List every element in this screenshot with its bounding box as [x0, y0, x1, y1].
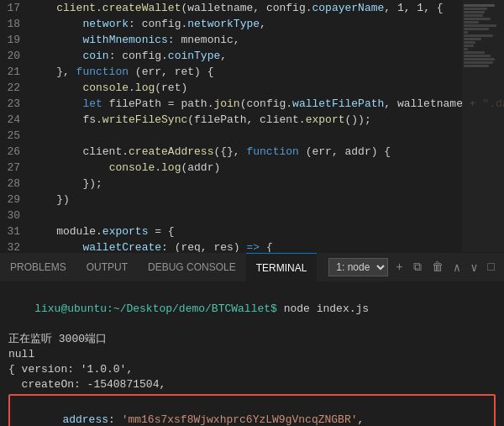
- code-line: 25: [0, 128, 504, 144]
- code-line: 19 withMnemonics: mnemonic,: [0, 32, 504, 48]
- code-line: 22 console.log(ret): [0, 80, 504, 96]
- code-line: 31 module.exports = {: [0, 224, 504, 239]
- code-line: 24 fs.writeFileSync(filePath, client.exp…: [0, 112, 504, 128]
- add-terminal-icon[interactable]: +: [393, 258, 405, 276]
- highlighted-line-1: address: 'mm16s7xsf8Wjwxhprc6YzLW9gVncqZ…: [10, 397, 494, 426]
- tab-output[interactable]: OUTPUT: [76, 253, 138, 281]
- split-terminal-icon[interactable]: ⧉: [411, 258, 424, 276]
- panel-tab-bar: PROBLEMS OUTPUT DEBUG CONSOLE TERMINAL 1…: [0, 252, 504, 281]
- code-line: 27 console.log(addr): [0, 160, 504, 176]
- code-line: 32 walletCreate: (req, res) => {: [0, 239, 504, 252]
- tab-debug-console[interactable]: DEBUG CONSOLE: [138, 253, 246, 281]
- code-line: 21 }, function (err, ret) {: [0, 64, 504, 80]
- terminal-output-line4: createOn: -1540871504,: [8, 377, 496, 392]
- terminal-instance-select[interactable]: 1: node: [328, 258, 388, 276]
- tab-problems[interactable]: PROBLEMS: [0, 253, 76, 281]
- chevron-down-icon[interactable]: ∨: [468, 258, 480, 277]
- terminal-command: node index.js: [277, 302, 369, 315]
- minimap: [462, 0, 504, 252]
- highlighted-output-block: address: 'mm16s7xsf8Wjwxhprc6YzLW9gVncqZ…: [8, 394, 496, 426]
- editor-area: 17 client.createWallet(walletname, confi…: [0, 0, 504, 252]
- terminal-output-line3: { version: '1.0.0',: [8, 362, 496, 377]
- terminal-output-line2: null: [8, 347, 496, 362]
- terminal-area[interactable]: lixu@ubuntu:~/Desktop/demo/BTCWallet$ no…: [0, 281, 504, 426]
- code-line: 20 coin: config.coinType,: [0, 48, 504, 64]
- code-line: 17 client.createWallet(walletname, confi…: [0, 0, 504, 16]
- terminal-output-line1: 正在监听 3000端口: [8, 332, 496, 347]
- tab-actions: 1: node + ⧉ 🗑 ∧ ∨ □: [328, 253, 504, 281]
- maximize-icon[interactable]: □: [486, 258, 497, 276]
- code-line: 28 });: [0, 176, 504, 192]
- terminal-prompt: lixu@ubuntu:~/Desktop/demo/BTCWallet$: [34, 302, 277, 315]
- tab-terminal[interactable]: TERMINAL: [246, 253, 318, 281]
- trash-icon[interactable]: 🗑: [429, 258, 446, 276]
- code-line: 18 network: config.networkType,: [0, 16, 504, 32]
- chevron-up-icon[interactable]: ∧: [451, 258, 463, 277]
- code-line: 30: [0, 208, 504, 224]
- code-lines: 17 client.createWallet(walletname, confi…: [0, 0, 504, 252]
- code-line: 29 }): [0, 192, 504, 208]
- code-line: 23 let filePath = path.join(config.walle…: [0, 96, 504, 112]
- code-line: 26 client.createAddress({}, function (er…: [0, 144, 504, 160]
- terminal-prompt-line: lixu@ubuntu:~/Desktop/demo/BTCWallet$ no…: [8, 287, 496, 332]
